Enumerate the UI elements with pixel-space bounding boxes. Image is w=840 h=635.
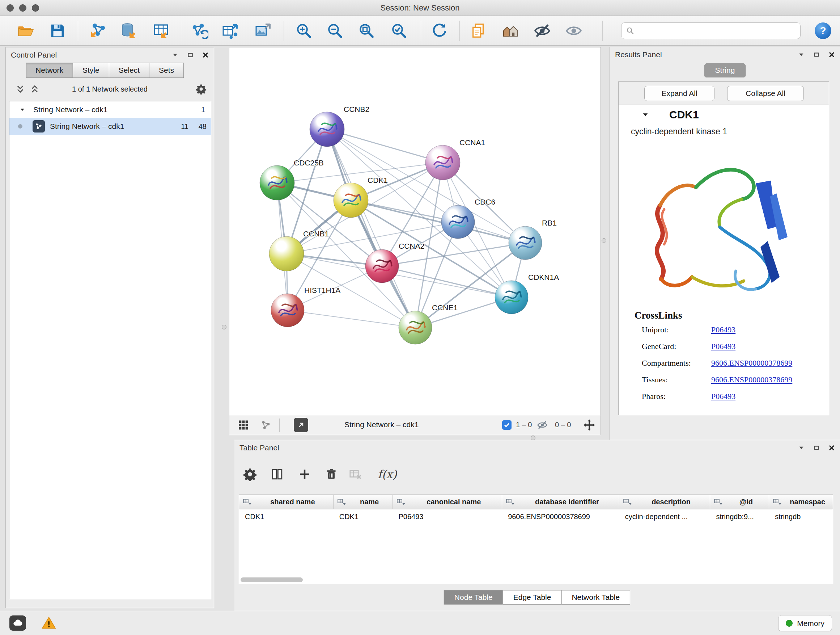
selected-checkbox[interactable]: [502, 420, 512, 430]
column-header-description[interactable]: description: [619, 495, 711, 509]
network-node-ccnb1[interactable]: [269, 236, 304, 271]
column-header-canonical-name[interactable]: canonical name: [393, 495, 502, 509]
tab-sets[interactable]: Sets: [149, 63, 184, 78]
network-edge[interactable]: [287, 310, 415, 328]
add-column-icon[interactable]: [298, 468, 311, 481]
table-panel-close-button[interactable]: [829, 445, 835, 451]
network-node-cdc6[interactable]: [441, 205, 475, 239]
table-options-gear-icon[interactable]: [243, 467, 257, 481]
network-options-gear-icon[interactable]: [196, 84, 207, 95]
search-input[interactable]: [638, 27, 796, 35]
network-canvas[interactable]: CCNB2CCNA1CDC25BCDK1CDC6RB1CCNB1CCNA2CDK…: [229, 47, 601, 415]
table-panel-menu-button[interactable]: [798, 445, 805, 451]
tab-style[interactable]: Style: [73, 63, 109, 78]
results-panel-float-button[interactable]: [813, 51, 820, 58]
genecard-link[interactable]: P06493: [711, 342, 736, 351]
results-panel-menu-button[interactable]: [798, 51, 805, 58]
control-panel-menu-button[interactable]: [172, 52, 178, 58]
gene-expand-caret[interactable]: [642, 111, 649, 119]
control-panel-close-button[interactable]: [202, 52, 209, 58]
export-image-button[interactable]: [252, 20, 273, 41]
birdseye-view-button[interactable]: [261, 420, 271, 431]
control-panel-float-button[interactable]: [187, 52, 194, 58]
column-header-name[interactable]: name: [333, 495, 393, 509]
network-node-ccna2[interactable]: [365, 249, 399, 283]
toolbar-search[interactable]: [621, 22, 801, 39]
network-node-hist1h1a[interactable]: [271, 294, 304, 327]
grid-view-button[interactable]: [238, 420, 249, 431]
tissues-link[interactable]: 9606.ENSP00000378699: [711, 375, 792, 385]
column-header-shared-name[interactable]: shared name: [239, 495, 333, 509]
gene-section-header[interactable]: CDK1: [619, 105, 829, 125]
window-close-button[interactable]: [6, 4, 14, 11]
delete-column-icon[interactable]: [325, 468, 338, 481]
expand-all-button[interactable]: Expand All: [644, 86, 714, 101]
network-collection-row[interactable]: String Network – cdk1 1: [9, 101, 211, 118]
collection-expand-caret[interactable]: [19, 107, 25, 112]
compartments-link[interactable]: 9606.ENSP00000378699: [711, 358, 792, 368]
right-splitter-handle[interactable]: [602, 238, 606, 243]
network-node-cdc25b[interactable]: [260, 165, 294, 200]
fit-selected-button[interactable]: [583, 419, 595, 431]
horizontal-scrollbar-thumb[interactable]: [240, 578, 303, 582]
network-node-ccna1[interactable]: [425, 145, 460, 180]
import-network-from-file-button[interactable]: [88, 20, 109, 41]
hide-selection-button[interactable]: [532, 20, 553, 41]
cell-canonical-name[interactable]: P06493: [393, 513, 502, 521]
network-node-cdkn1a[interactable]: [495, 280, 528, 314]
left-splitter-handle[interactable]: [222, 325, 226, 329]
hidden-toggle-button[interactable]: [537, 420, 548, 431]
network-edge[interactable]: [327, 129, 443, 163]
cell-description[interactable]: cyclin-dependent ...: [619, 513, 711, 521]
cell-name[interactable]: CDK1: [333, 513, 393, 521]
zoom-fit-button[interactable]: [356, 20, 377, 41]
open-session-button[interactable]: [15, 20, 36, 41]
network-node-cdk1[interactable]: [333, 183, 368, 218]
zoom-in-button[interactable]: [294, 20, 314, 41]
cell-shared-name[interactable]: CDK1: [239, 513, 333, 521]
apply-layout-button[interactable]: [428, 20, 449, 41]
import-network-from-database-button[interactable]: [118, 20, 139, 41]
cell-database-identifier[interactable]: 9606.ENSP00000378699: [502, 513, 619, 521]
network-edge[interactable]: [327, 129, 415, 328]
cell-id[interactable]: stringdb:9...: [710, 513, 769, 521]
tab-node-table[interactable]: Node Table: [444, 590, 503, 605]
window-zoom-button[interactable]: [32, 4, 39, 11]
tab-edge-table[interactable]: Edge Table: [503, 590, 562, 605]
table-panel-float-button[interactable]: [813, 445, 820, 451]
new-network-button[interactable]: [189, 20, 210, 41]
first-neighbors-button[interactable]: [500, 20, 521, 41]
cloud-services-button[interactable]: [9, 616, 26, 631]
network-edge[interactable]: [351, 200, 525, 243]
cell-namespace[interactable]: stringdb: [769, 513, 833, 521]
tab-network-table[interactable]: Network Table: [561, 590, 630, 605]
show-columns-icon[interactable]: [271, 468, 284, 481]
network-node-rb1[interactable]: [508, 226, 542, 260]
network-edge[interactable]: [382, 266, 512, 297]
show-all-button[interactable]: [563, 20, 584, 41]
results-panel-close-button[interactable]: [829, 51, 835, 58]
network-row-selected[interactable]: String Network – cdk1 11 48: [9, 118, 211, 135]
table-row[interactable]: CDK1 CDK1 P06493 9606.ENSP00000378699 cy…: [239, 509, 833, 524]
window-minimize-button[interactable]: [19, 4, 27, 11]
column-header-namespace[interactable]: namespac: [769, 495, 833, 509]
network-node-ccnb2[interactable]: [309, 112, 344, 147]
network-node-ccne1[interactable]: [399, 311, 432, 344]
copy-document-button[interactable]: [468, 20, 489, 41]
detach-view-button[interactable]: [294, 418, 308, 432]
tab-string[interactable]: String: [704, 63, 746, 78]
zoom-selected-button[interactable]: [388, 20, 409, 41]
memory-button[interactable]: Memory: [778, 615, 832, 631]
function-builder-button[interactable]: f(x): [378, 468, 397, 481]
new-network-from-table-button[interactable]: [220, 20, 241, 41]
save-session-button[interactable]: [47, 20, 68, 41]
help-button[interactable]: ?: [815, 22, 831, 39]
pharos-link[interactable]: P06493: [711, 392, 736, 401]
tab-select[interactable]: Select: [109, 63, 149, 78]
zoom-out-button[interactable]: [325, 20, 346, 41]
collapse-all-button[interactable]: Collapse All: [727, 86, 804, 101]
network-graph[interactable]: CCNB2CCNA1CDC25BCDK1CDC6RB1CCNB1CCNA2CDK…: [229, 48, 600, 415]
column-header-database-identifier[interactable]: database identifier: [502, 495, 619, 509]
tab-network[interactable]: Network: [26, 63, 73, 78]
warnings-button[interactable]: [41, 616, 57, 631]
